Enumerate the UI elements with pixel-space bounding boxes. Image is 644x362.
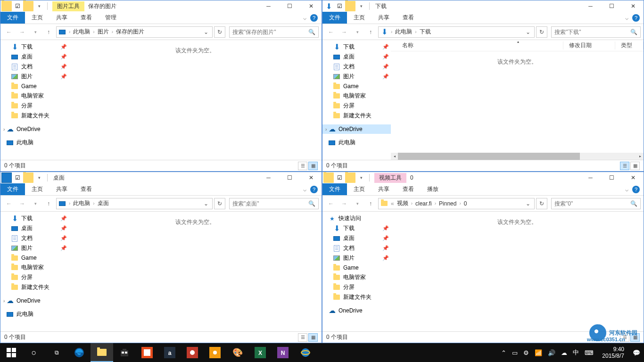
tree-item-folder[interactable]: 分屏 xyxy=(0,272,69,282)
taskbar-excel-button[interactable]: X xyxy=(249,343,272,362)
view-icons-button[interactable]: ▦ xyxy=(630,162,640,170)
refresh-button[interactable]: ↻ xyxy=(214,26,225,38)
close-button[interactable]: ✕ xyxy=(300,1,322,11)
tray-notifications-icon[interactable]: 💬 xyxy=(633,349,640,356)
tree-item-onedrive[interactable]: ›☁OneDrive xyxy=(0,124,69,134)
file-list[interactable]: 该文件夹为空。 xyxy=(391,212,644,331)
search-icon[interactable]: 🔍 xyxy=(308,200,315,207)
view-icons-button[interactable]: ▦ xyxy=(308,333,318,342)
tree-item-folder[interactable]: 分屏 xyxy=(0,101,69,111)
tray-keyboard-icon[interactable]: ⌨ xyxy=(585,349,594,356)
taskbar-paint-button[interactable]: 🎨 xyxy=(226,343,249,362)
chevron-right-icon[interactable]: › xyxy=(3,127,5,132)
tree-item-folder[interactable]: Game xyxy=(322,263,391,272)
taskbar-app-button[interactable] xyxy=(204,343,226,362)
view-icons-button[interactable]: ▦ xyxy=(308,162,318,170)
close-button[interactable]: ✕ xyxy=(622,1,644,11)
nav-tree[interactable]: ★快速访问 ⬇下载📌 桌面📌 文档📌 图片📌 Game 电脑管家 分屏 新建文件… xyxy=(322,212,391,331)
tree-item-thispc[interactable]: 此电脑 xyxy=(322,138,391,148)
tab-file[interactable]: 文件 xyxy=(322,183,347,195)
taskbar-explorer-button[interactable] xyxy=(91,343,113,362)
qat-item[interactable]: ☑ xyxy=(12,1,23,11)
tray-icon[interactable]: ▭ xyxy=(512,349,518,356)
tree-item-quickaccess[interactable]: ★快速访问 xyxy=(322,214,391,223)
context-tab-pictures[interactable]: 图片工具 xyxy=(52,1,84,11)
nav-back-button[interactable]: ← xyxy=(3,26,15,38)
nav-recent-button[interactable]: ▾ xyxy=(30,198,41,209)
tab-home[interactable]: 主页 xyxy=(347,12,372,24)
search-icon[interactable]: 🔍 xyxy=(630,200,637,207)
nav-recent-button[interactable]: ▾ xyxy=(352,198,363,209)
tree-item-desktop[interactable]: 桌面📌 xyxy=(322,233,391,243)
tab-view[interactable]: 查看 xyxy=(396,183,421,195)
nav-forward-button[interactable]: → xyxy=(339,198,350,209)
taskbar-ie-button[interactable] xyxy=(294,343,317,362)
breadcrumb-item[interactable]: 图片 xyxy=(98,28,109,36)
help-icon[interactable]: ? xyxy=(632,186,640,193)
tab-share[interactable]: 共享 xyxy=(372,183,396,195)
nav-recent-button[interactable]: ▾ xyxy=(352,26,363,38)
taskbar-app-button[interactable] xyxy=(181,343,204,362)
nav-back-button[interactable]: ← xyxy=(325,198,337,209)
tree-item-folder[interactable]: Game xyxy=(0,82,69,91)
tree-item-folder[interactable]: 电脑管家 xyxy=(0,263,69,272)
nav-forward-button[interactable]: → xyxy=(339,26,350,38)
titlebar[interactable]: ☑ ▾ 图片工具 保存的图片 ─ ☐ ✕ xyxy=(0,0,322,12)
search-icon[interactable]: 🔍 xyxy=(630,29,637,35)
breadcrumb-item[interactable]: 0 xyxy=(464,200,467,207)
tray-icon[interactable]: ⚙ xyxy=(523,349,529,356)
address-dropdown-icon[interactable]: ⌄ xyxy=(524,200,532,207)
address-bar[interactable]: › 此电脑 › 桌面 ⌄ xyxy=(56,198,213,209)
tray-clock[interactable]: 9:40 2015/8/7 xyxy=(599,346,627,359)
view-details-button[interactable]: ☰ xyxy=(620,162,629,170)
refresh-button[interactable]: ↻ xyxy=(536,26,547,38)
tree-item-folder[interactable]: 新建文件夹 xyxy=(0,282,69,292)
tree-item-folder[interactable]: Game xyxy=(322,82,391,91)
help-icon[interactable]: ? xyxy=(632,14,640,22)
close-button[interactable]: ✕ xyxy=(622,173,644,183)
nav-up-button[interactable]: ↑ xyxy=(365,198,376,209)
tree-item-documents[interactable]: 文档📌 xyxy=(0,233,69,243)
search-input[interactable] xyxy=(232,200,308,207)
file-list[interactable]: 该文件夹为空。 xyxy=(69,40,322,160)
search-icon[interactable]: 🔍 xyxy=(308,29,315,35)
tab-home[interactable]: 主页 xyxy=(25,12,50,24)
address-bar[interactable]: ⬇ › 此电脑 › 下载 ⌄ xyxy=(378,26,535,38)
tree-item-folder[interactable]: 电脑管家 xyxy=(322,272,391,282)
tab-file[interactable]: 文件 xyxy=(0,183,25,195)
context-tab-video[interactable]: 视频工具 xyxy=(374,173,406,183)
file-list[interactable]: 该文件夹为空。 xyxy=(69,212,322,331)
taskbar-onenote-button[interactable]: N xyxy=(272,343,294,362)
tree-item-desktop[interactable]: 桌面📌 xyxy=(0,52,69,62)
close-button[interactable]: ✕ xyxy=(300,173,322,183)
breadcrumb-item[interactable]: 此电脑 xyxy=(73,28,90,36)
tree-item-documents[interactable]: 文档📌 xyxy=(0,62,69,72)
tree-item-folder[interactable]: 分屏 xyxy=(322,101,391,111)
tree-item-documents[interactable]: 文档📌 xyxy=(322,243,391,253)
tab-home[interactable]: 主页 xyxy=(25,183,50,195)
column-name[interactable]: 名称▴ xyxy=(396,41,563,49)
breadcrumb-overflow[interactable]: « xyxy=(391,200,394,207)
tree-item-onedrive[interactable]: ›☁OneDrive xyxy=(322,124,391,134)
start-button[interactable] xyxy=(0,343,23,362)
minimize-button[interactable]: ─ xyxy=(258,1,279,11)
tray-ime-icon[interactable]: 中 xyxy=(573,348,579,357)
search-input[interactable] xyxy=(554,29,630,35)
tray-icon[interactable]: ☁ xyxy=(561,349,567,356)
tree-item-thispc[interactable]: 此电脑 xyxy=(0,309,69,319)
tab-file[interactable]: 文件 xyxy=(0,12,25,24)
column-date[interactable]: 修改日期 xyxy=(563,41,615,49)
nav-forward-button[interactable]: → xyxy=(17,198,28,209)
nav-tree[interactable]: ⬇下载📌 桌面📌 文档📌 图片📌 Game 电脑管家 分屏 新建文件夹 ›☁On… xyxy=(0,212,69,331)
tree-item-documents[interactable]: 文档📌 xyxy=(322,62,391,72)
tree-item-folder[interactable]: 新建文件夹 xyxy=(322,292,391,302)
minimize-button[interactable]: ─ xyxy=(580,1,601,11)
breadcrumb-item[interactable]: 桌面 xyxy=(98,199,109,207)
taskbar-edge-button[interactable] xyxy=(68,343,91,362)
search-input[interactable] xyxy=(232,29,308,35)
nav-recent-button[interactable]: ▾ xyxy=(30,26,41,38)
address-bar[interactable]: › 此电脑 › 图片 › 保存的图片 ⌄ xyxy=(56,26,213,38)
qat-item[interactable]: ☑ xyxy=(334,173,345,183)
scrollbar-thumb[interactable] xyxy=(398,153,580,160)
address-dropdown-icon[interactable]: ⌄ xyxy=(202,200,210,207)
